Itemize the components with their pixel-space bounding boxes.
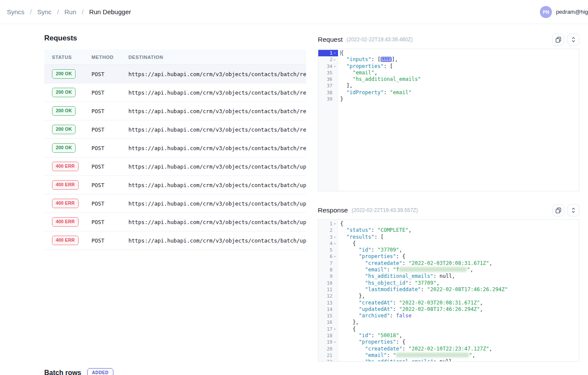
status-cell: 400 ERR: [52, 217, 91, 226]
copy-button[interactable]: [552, 34, 564, 46]
code-line: 21 "email": "",: [318, 352, 579, 359]
status-cell: 200 OK: [52, 106, 91, 115]
breadcrumb-separator: /: [82, 9, 84, 15]
code-line: 20 "createdate": "2022-02-10T22:23:47.12…: [318, 346, 579, 352]
status-cell: 400 ERR: [52, 236, 91, 245]
code-text: "hs_additional_emails": [338, 76, 421, 83]
code-text: "idProperty": "email": [338, 89, 411, 96]
code-line: 2 "status": "COMPLETE",: [318, 227, 579, 234]
fold-open-icon[interactable]: ▾: [332, 63, 337, 70]
code-text: "results": [: [338, 234, 384, 240]
status-badge: 200 OK: [52, 88, 76, 97]
code-text: {: [338, 221, 343, 227]
top-bar: Syncs/Sync/Run/Run Debugger PN pedram@hi…: [0, 0, 588, 24]
code-line: 3▾ "results": [: [318, 234, 579, 240]
code-text: "hs_additional_emails": null,: [338, 359, 455, 362]
code-line: 17▾ {: [318, 326, 579, 332]
breadcrumb-item-run[interactable]: Run: [64, 8, 76, 15]
code-text: "createdate": "2022-02-10T22:23:47.127Z"…: [338, 346, 492, 352]
copy-icon: [555, 207, 561, 213]
code-line: 4▾ {: [318, 240, 579, 247]
code-text: "lastmodifieddate": "2022-02-08T17:46:26…: [338, 286, 508, 293]
requests-panel-title: Requests: [44, 34, 77, 43]
destination-cell: https://api.hubapi.com/crm/v3/objects/co…: [128, 237, 306, 244]
request-code-editor[interactable]: 1▾{2▸ "inputs": [•••],34▾ "properties": …: [318, 49, 579, 191]
fold-open-icon[interactable]: ▾: [332, 339, 337, 345]
response-panel-header: Response (2022-02-22T19:43:39.557Z): [318, 204, 579, 216]
code-text: "createdAt": "2022-02-03T20:08:31.671Z",: [338, 300, 483, 306]
table-row[interactable]: 200 OKPOSThttps://api.hubapi.com/crm/v3/…: [44, 120, 306, 139]
code-text: "email": "f",: [338, 267, 473, 273]
code-line: 9 "hs_additional_emails": null,: [318, 273, 579, 280]
method-cell: POST: [91, 163, 128, 170]
code-line: 38 "idProperty": "email": [318, 89, 579, 96]
line-number: 35: [318, 70, 338, 76]
destination-cell: https://api.hubapi.com/crm/v3/objects/co…: [128, 200, 306, 207]
method-cell: POST: [91, 108, 128, 114]
table-row[interactable]: 200 OKPOSThttps://api.hubapi.com/crm/v3/…: [44, 102, 306, 120]
line-number: 11: [318, 286, 338, 293]
line-number: 10: [318, 280, 338, 286]
table-row[interactable]: 200 OKPOSThttps://api.hubapi.com/crm/v3/…: [44, 65, 306, 83]
line-number: 15: [318, 313, 338, 319]
table-row[interactable]: 400 ERRPOSThttps://api.hubapi.com/crm/v3…: [44, 231, 306, 250]
line-number: 20: [318, 346, 338, 352]
copy-button[interactable]: [552, 204, 564, 216]
table-row[interactable]: 200 OKPOSThttps://api.hubapi.com/crm/v3/…: [44, 83, 306, 102]
line-number: 2▸: [318, 56, 338, 63]
line-number: 22: [318, 359, 338, 362]
request-panel-title: Request: [318, 36, 343, 43]
column-destination: DESTINATION: [128, 55, 306, 60]
method-cell: POST: [91, 89, 128, 96]
status-badge: 400 ERR: [52, 236, 79, 245]
table-row[interactable]: 400 ERRPOSThttps://api.hubapi.com/crm/v3…: [44, 194, 306, 213]
line-number: 5: [318, 247, 338, 253]
batch-rows-title: Batch rows: [44, 369, 81, 375]
code-line: 6▾ "properties": {: [318, 253, 579, 260]
code-line: 18 "id": "50018",: [318, 332, 579, 339]
request-panel-header: Request (2022-02-22T19:43:39.460Z): [318, 34, 579, 46]
method-cell: POST: [91, 145, 128, 151]
expand-button[interactable]: [567, 34, 579, 46]
code-line: 7 "createdate": "2022-02-03T20:08:31.671…: [318, 260, 579, 267]
fold-open-icon[interactable]: ▾: [332, 221, 337, 227]
method-cell: POST: [91, 219, 128, 225]
expand-button[interactable]: [567, 204, 579, 216]
breadcrumb-separator: /: [57, 9, 59, 15]
expand-icon: [571, 37, 576, 43]
destination-cell: https://api.hubapi.com/crm/v3/objects/co…: [128, 145, 306, 151]
fold-open-icon[interactable]: ▾: [332, 240, 337, 247]
line-number: 19▾: [318, 339, 338, 345]
status-badge: 400 ERR: [52, 217, 79, 226]
code-line: 37 ],: [318, 83, 579, 89]
column-status: STATUS: [52, 55, 91, 60]
destination-cell: https://api.hubapi.com/crm/v3/objects/co…: [128, 126, 306, 133]
requests-table: STATUS METHOD DESTINATION 200 OKPOSThttp…: [44, 49, 306, 250]
code-text: "email": "",: [338, 352, 475, 359]
line-number: 1▾: [318, 50, 338, 56]
avatar[interactable]: PN: [540, 6, 552, 18]
fold-open-icon[interactable]: ▾: [332, 234, 337, 240]
fold-open-icon[interactable]: ▾: [332, 253, 337, 260]
line-number: 16: [318, 319, 338, 326]
code-text: "inputs": [•••],: [338, 56, 398, 63]
table-row[interactable]: 400 ERRPOSThttps://api.hubapi.com/crm/v3…: [44, 176, 306, 194]
table-row[interactable]: 400 ERRPOSThttps://api.hubapi.com/crm/v3…: [44, 157, 306, 176]
code-line: 35 "email",: [318, 70, 579, 76]
breadcrumb-item-sync[interactable]: Sync: [37, 8, 52, 15]
fold-open-icon[interactable]: ▾: [332, 50, 337, 56]
breadcrumb-item-syncs[interactable]: Syncs: [7, 8, 24, 15]
code-text: "email",: [338, 70, 378, 76]
fold-open-icon[interactable]: ▾: [332, 326, 337, 332]
response-timestamp: (2022-02-22T19:43:39.557Z): [352, 207, 418, 213]
fold-closed-icon[interactable]: ▸: [332, 56, 337, 63]
table-row[interactable]: 200 OKPOSThttps://api.hubapi.com/crm/v3/…: [44, 139, 306, 157]
method-cell: POST: [91, 237, 128, 244]
user-menu[interactable]: PN pedram@hig: [540, 6, 588, 18]
collapsed-code-icon[interactable]: •••: [381, 57, 392, 62]
line-number: 21: [318, 352, 338, 359]
table-row[interactable]: 400 ERRPOSThttps://api.hubapi.com/crm/v3…: [44, 213, 306, 231]
user-email: pedram@hig: [556, 9, 588, 15]
status-badge: 200 OK: [52, 143, 76, 152]
response-code-editor[interactable]: 1▾{2 "status": "COMPLETE",3▾ "results": …: [318, 219, 579, 362]
